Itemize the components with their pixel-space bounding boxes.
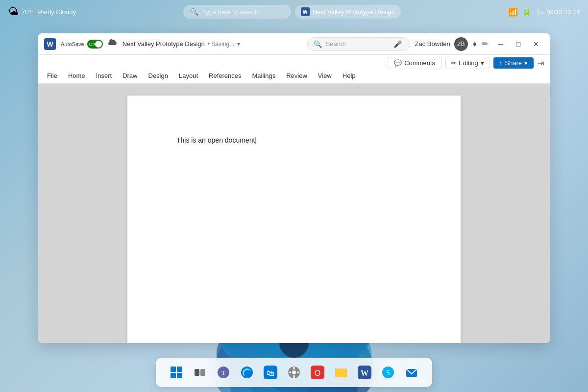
menu-item-view[interactable]: View — [313, 70, 337, 81]
taskbar-top: 🌤 70°F Partly Cloudy 🔍 W Next Valley Pro… — [0, 0, 588, 24]
word-logo: W — [44, 38, 56, 50]
doc-title: Next Valley Prototype Design — [122, 40, 205, 48]
menu-item-insert[interactable]: Insert — [91, 70, 117, 81]
autosave-label: AutoSave — [61, 41, 84, 47]
avatar[interactable]: ZB — [454, 37, 468, 51]
document-page: This is an open document — [127, 96, 461, 343]
editing-button[interactable]: ✏ Editing ▾ — [445, 57, 490, 69]
weather-condition: Partly Cloudy — [38, 8, 76, 16]
autosave-toggle[interactable]: On — [87, 40, 103, 49]
svg-rect-12 — [200, 369, 205, 376]
ribbon: 💬 Comments ✏ Editing ▾ ↑ Share ▾ ⇥ FileH… — [38, 55, 550, 84]
user-section: Zac Bowden ZB — [415, 37, 468, 51]
menu-item-home[interactable]: Home — [63, 70, 90, 81]
document-text: This is an open document — [176, 136, 255, 144]
weather-temperature: 70°F — [22, 8, 35, 16]
svg-rect-22 — [289, 372, 291, 373]
text-cursor — [255, 136, 257, 144]
taskbar-app-teams[interactable]: T — [213, 362, 234, 383]
pen-icon[interactable]: ✏ — [482, 39, 488, 49]
svg-rect-8 — [177, 367, 182, 372]
taskbar-app-office[interactable]: O — [307, 362, 328, 383]
svg-text:T: T — [221, 369, 225, 376]
word-logo-small: W — [301, 7, 310, 16]
system-icons: 📶 🔋 — [508, 7, 532, 17]
menu-item-draw[interactable]: Draw — [118, 70, 142, 81]
svg-text:🛍: 🛍 — [267, 369, 274, 377]
svg-rect-20 — [294, 367, 295, 369]
menu-item-help[interactable]: Help — [338, 70, 361, 81]
taskbar-app-store[interactable]: 🛍 — [260, 362, 281, 383]
svg-rect-9 — [171, 373, 176, 378]
taskbar-app-edge[interactable] — [236, 362, 258, 383]
toggle-label: On — [89, 42, 95, 47]
taskbar-app-word[interactable]: W — [354, 362, 375, 383]
document-content[interactable]: This is an open document — [176, 135, 412, 146]
menu-item-file[interactable]: File — [42, 70, 62, 81]
taskbar-app-skype[interactable]: S — [377, 362, 399, 383]
close-button[interactable]: ✕ — [528, 36, 544, 52]
taskbar-app-windows[interactable] — [166, 362, 187, 383]
comments-button[interactable]: 💬 Comments — [388, 57, 441, 69]
taskbar-bottom: T🛍OWS — [156, 358, 432, 387]
editing-label: Editing — [459, 59, 478, 67]
taskbar-app-mail[interactable] — [401, 362, 422, 383]
menu-item-references[interactable]: References — [204, 70, 246, 81]
menu-bar: FileHomeInsertDrawDesignLayoutReferences… — [38, 69, 550, 83]
svg-rect-11 — [195, 369, 199, 376]
word-search-input[interactable] — [326, 40, 390, 48]
datetime-display: Fri 09/13 12:12 — [538, 8, 580, 16]
share-icon: ↑ — [499, 59, 503, 67]
battery-icon: 🔋 — [522, 7, 532, 17]
document-area[interactable]: This is an open document — [38, 84, 550, 343]
share-button[interactable]: ↑ Share ▾ — [493, 57, 534, 69]
menu-item-mailings[interactable]: Mailings — [247, 70, 281, 81]
mic-icon[interactable]: 🎤 — [393, 40, 402, 48]
saving-status: • Saving... — [208, 41, 234, 48]
minimize-button[interactable]: ─ — [493, 36, 509, 52]
editing-icon: ✏ — [451, 59, 456, 67]
editing-chevron-icon: ▾ — [481, 59, 484, 67]
menu-item-review[interactable]: Review — [281, 70, 312, 81]
maximize-button[interactable]: □ — [511, 36, 526, 52]
comments-label: Comments — [404, 59, 435, 67]
wifi-icon: 📶 — [508, 7, 518, 17]
svg-rect-10 — [177, 373, 182, 378]
title-bar: W AutoSave On Next Valley Prototype Desi… — [38, 33, 550, 55]
weather-icon: 🌤 — [8, 5, 19, 18]
svg-rect-21 — [294, 375, 295, 378]
user-name: Zac Bowden — [415, 40, 450, 48]
autosave-section: AutoSave On — [61, 40, 103, 49]
word-window: W AutoSave On Next Valley Prototype Desi… — [38, 33, 550, 343]
word-search-bar[interactable]: 🔍 🎤 — [307, 37, 410, 51]
search-icon: 🔍 — [190, 8, 198, 16]
taskbar-app-task-view[interactable] — [189, 362, 211, 383]
menu-item-design[interactable]: Design — [144, 70, 173, 81]
share-label: Share — [505, 59, 522, 67]
comments-icon: 💬 — [394, 59, 402, 67]
menu-item-layout[interactable]: Layout — [174, 70, 203, 81]
taskbar-app-settings[interactable] — [283, 362, 305, 383]
system-tray: 📶 🔋 Fri 09/13 12:12 — [508, 7, 580, 17]
diamond-icon[interactable]: ♦ — [473, 40, 477, 49]
window-controls: ─ □ ✕ — [493, 36, 544, 52]
active-app-pill[interactable]: W Next Valley Prototype Design — [295, 5, 401, 19]
ribbon-actions: 💬 Comments ✏ Editing ▾ ↑ Share ▾ ⇥ — [38, 55, 550, 69]
share-chevron-icon: ▾ — [524, 59, 528, 67]
svg-point-19 — [292, 370, 296, 374]
more-options-icon[interactable]: ⇥ — [538, 58, 544, 68]
svg-rect-23 — [297, 372, 299, 373]
active-app-name: Next Valley Prototype Design — [313, 8, 395, 16]
toggle-knob — [95, 41, 102, 48]
taskbar-app-file-explorer[interactable] — [330, 362, 352, 383]
svg-rect-29 — [335, 370, 347, 377]
desktop-search[interactable]: 🔍 — [183, 5, 291, 19]
doc-title-area: Next Valley Prototype Design • Saving...… — [122, 40, 302, 48]
word-search-icon: 🔍 — [314, 40, 322, 48]
desktop-search-input[interactable] — [202, 8, 271, 16]
weather-widget: 🌤 70°F Partly Cloudy — [8, 5, 76, 18]
svg-text:W: W — [361, 369, 368, 377]
svg-text:O: O — [315, 369, 320, 377]
title-chevron-icon[interactable]: ▾ — [237, 41, 240, 48]
cloud-save-icon[interactable] — [108, 39, 118, 49]
